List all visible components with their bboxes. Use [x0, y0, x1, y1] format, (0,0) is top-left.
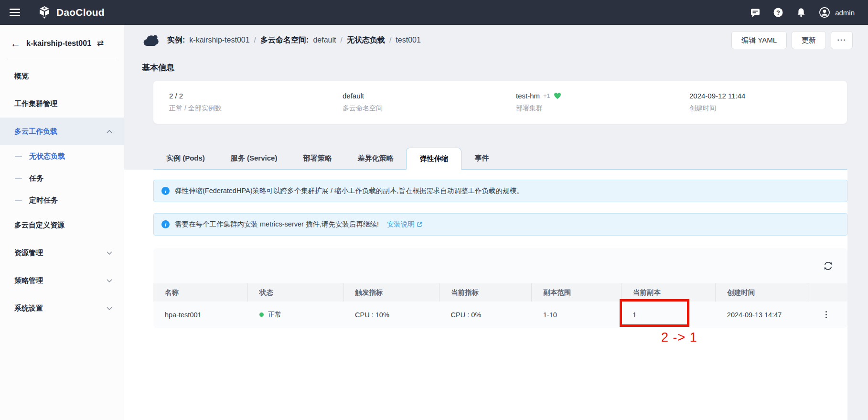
- chevron-down-icon: [107, 279, 112, 282]
- stat-value: test-hm: [516, 92, 540, 100]
- sidebar-item-label: 无状态负载: [29, 152, 65, 161]
- stat-instances: 2 / 2 正常 / 全部实例数: [153, 92, 327, 113]
- stat-label: 部署集群: [516, 104, 674, 113]
- table-header-row: 名称 状态 触发指标 当前指标 副本范围 当前副本 创建时间: [153, 283, 847, 302]
- hamburger-menu-icon[interactable]: [10, 9, 21, 16]
- hpa-table-card: 名称 状态 触发指标 当前指标 副本范围 当前副本 创建时间: [153, 248, 847, 328]
- tab-service[interactable]: 服务 (Service): [218, 148, 290, 169]
- switch-cluster-icon[interactable]: ⇄: [97, 39, 104, 47]
- chevron-down-icon: [107, 307, 112, 310]
- sidebar-item-label: 策略管理: [14, 276, 43, 285]
- annotation-note: 2 -> 1: [661, 330, 697, 345]
- status-text: 正常: [268, 310, 282, 319]
- tab-bar: 实例 (Pods) 服务 (Service) 部署策略 差异化策略 弹性伸缩 事…: [153, 148, 847, 170]
- sidebar-item-resource-mgmt[interactable]: 资源管理: [0, 239, 124, 267]
- alert-text: 弹性伸缩(FederatedHPA)策略可以跨多个集群扩展 / 缩小工作负载的副…: [175, 186, 524, 195]
- cell-status: 正常: [248, 302, 344, 328]
- info-icon: i: [161, 187, 170, 195]
- brand: DaoCloud: [37, 5, 105, 20]
- stat-deploy-clusters: test-hm +1 部署集群: [500, 92, 674, 113]
- stat-created: 2024-09-12 11:44 创建时间: [674, 92, 847, 113]
- sidebar-item-label: 系统设置: [14, 304, 43, 313]
- header-actions: 编辑 YAML 更新 ···: [731, 31, 853, 49]
- breadcrumb-separator: /: [340, 36, 342, 44]
- tab-events[interactable]: 事件: [461, 148, 502, 169]
- external-link-icon: [417, 221, 423, 227]
- basic-info-card: 2 / 2 正常 / 全部实例数 default 多云命名空间 test-hm …: [153, 81, 847, 124]
- stat-namespace: default 多云命名空间: [327, 92, 500, 113]
- tab-deploy-policy[interactable]: 部署策略: [290, 148, 344, 169]
- col-actions: [810, 283, 847, 302]
- row-kebab-menu-icon[interactable]: [821, 311, 831, 319]
- topbar-actions: ? admin: [750, 7, 855, 18]
- divider: [7, 59, 117, 59]
- breadcrumb-namespace-label: 多云命名空间:: [260, 35, 309, 45]
- status-dot-icon: [259, 312, 264, 317]
- breadcrumb-instance-label: 实例:: [167, 35, 185, 45]
- dash-icon: [15, 178, 22, 179]
- sidebar-item-system-settings[interactable]: 系统设置: [0, 294, 124, 322]
- user-menu[interactable]: admin: [819, 7, 855, 18]
- cluster-selector: ← k-kairship-test001 ⇄: [0, 25, 124, 59]
- tab-content-panel: i 弹性伸缩(FederatedHPA)策略可以跨多个集群扩展 / 缩小工作负载…: [124, 170, 847, 420]
- sidebar-item-multicloud-workloads[interactable]: 多云工作负载: [0, 118, 124, 145]
- stat-value: 2024-09-12 11:44: [689, 92, 847, 100]
- sidebar-item-cronjobs[interactable]: 定时任务: [0, 189, 124, 211]
- sidebar-nav: 概览 工作集群管理 多云工作负载 无状态负载 任务: [0, 62, 124, 322]
- notification-bell-icon[interactable]: [796, 7, 806, 18]
- page-header: 实例: k-kairship-test001 / 多云命名空间: default…: [124, 25, 868, 55]
- main-content: 实例: k-kairship-test001 / 多云命名空间: default…: [124, 25, 868, 420]
- daocloud-logo-icon: [37, 5, 52, 20]
- cell-trigger-metric: CPU : 10%: [343, 302, 439, 328]
- brand-name: DaoCloud: [56, 7, 105, 18]
- breadcrumb-separator: /: [389, 36, 391, 44]
- stat-value: 2 / 2: [169, 92, 327, 100]
- sidebar-item-custom-resources[interactable]: 多云自定义资源: [0, 211, 124, 239]
- tab-pods[interactable]: 实例 (Pods): [153, 148, 218, 169]
- dash-icon: [15, 156, 22, 157]
- sidebar-item-overview[interactable]: 概览: [0, 62, 124, 90]
- cell-created: 2024-09-13 14:47: [716, 302, 810, 328]
- col-current-metric: 当前指标: [439, 283, 532, 302]
- metrics-server-alert: i 需要在每个工作集群内安装 metrics-server 插件,请先安装后再继…: [153, 213, 847, 236]
- install-guide-link[interactable]: 安装说明: [387, 220, 423, 229]
- col-trigger-metric: 触发指标: [343, 283, 439, 302]
- col-created: 创建时间: [716, 283, 810, 302]
- sidebar-item-label: 工作集群管理: [14, 99, 57, 108]
- cell-name: hpa-test001: [153, 302, 248, 328]
- update-button[interactable]: 更新: [792, 31, 826, 49]
- sidebar-item-stateless-workloads[interactable]: 无状态负载: [0, 145, 124, 167]
- chat-icon[interactable]: [750, 7, 761, 18]
- sidebar-item-label: 概览: [14, 72, 29, 81]
- edit-yaml-button[interactable]: 编辑 YAML: [731, 31, 787, 49]
- tab-elastic-scaling[interactable]: 弹性伸缩: [406, 148, 461, 170]
- sidebar-item-jobs[interactable]: 任务: [0, 167, 124, 189]
- cluster-count-badge: +1: [543, 92, 550, 99]
- info-icon: i: [161, 220, 170, 228]
- sidebar-item-policy-mgmt[interactable]: 策略管理: [0, 267, 124, 294]
- col-status: 状态: [248, 283, 344, 302]
- cluster-name: k-kairship-test001: [26, 39, 91, 48]
- breadcrumb-instance-value: k-kairship-test001: [189, 36, 249, 44]
- stat-label: 创建时间: [689, 104, 847, 113]
- avatar-icon: [819, 7, 830, 18]
- col-current-replicas: 当前副本: [621, 283, 716, 302]
- alert-text: 需要在每个工作集群内安装 metrics-server 插件,请先安装后再继续!: [175, 220, 379, 229]
- stat-label: 多云命名空间: [343, 104, 500, 113]
- dash-icon: [15, 200, 22, 201]
- cloud-icon: [142, 34, 160, 47]
- table-row: hpa-test001 正常 CPU : 10% CPU : 0%: [153, 302, 847, 328]
- topbar: DaoCloud ?: [0, 0, 868, 25]
- help-icon[interactable]: ?: [773, 7, 783, 18]
- tab-differentiation-policy[interactable]: 差异化策略: [344, 148, 406, 169]
- chevron-up-icon: [107, 130, 112, 133]
- sidebar-item-cluster-mgmt[interactable]: 工作集群管理: [0, 90, 124, 118]
- more-actions-button[interactable]: ···: [831, 31, 853, 49]
- refresh-icon[interactable]: [823, 260, 833, 271]
- app-window: DaoCloud ?: [0, 0, 868, 420]
- back-arrow-icon[interactable]: ←: [11, 38, 21, 48]
- link-label: 安装说明: [387, 220, 415, 229]
- hpa-info-alert: i 弹性伸缩(FederatedHPA)策略可以跨多个集群扩展 / 缩小工作负载…: [153, 180, 847, 202]
- sidebar: ← k-kairship-test001 ⇄ 概览 工作集群管理 多云工作负载: [0, 25, 124, 420]
- breadcrumb-separator: /: [254, 36, 256, 44]
